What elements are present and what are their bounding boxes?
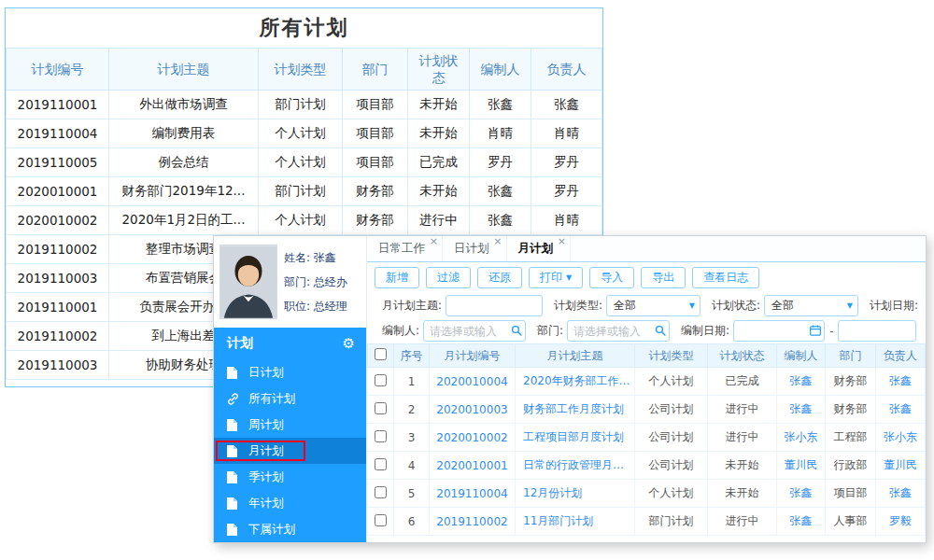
type-filter-select[interactable]: 全部 ▼ (606, 295, 700, 316)
table-cell: 进行中 (708, 424, 777, 452)
link-cell[interactable]: 张鑫 (777, 396, 826, 424)
row-checkbox[interactable] (375, 486, 387, 498)
table-row: 32020010002工程项目部月度计划公司计划进行中张小东工程部张小东 (368, 424, 926, 452)
tab-month-plan[interactable]: 月计划× (507, 236, 572, 261)
add-button[interactable]: 新增 (375, 267, 419, 288)
row-checkbox[interactable] (375, 514, 387, 526)
export-button[interactable]: 导出 (641, 267, 686, 288)
link-cell[interactable]: 董川民 (876, 452, 926, 480)
link-cell[interactable]: 张鑫 (777, 368, 826, 396)
table-row: 6201911000211月部门计划部门计划进行中张鑫人事部罗毅 (368, 508, 926, 536)
left-panel: 姓名: 张鑫 部门: 总经办 职位: 总经理 计划 ⚙ 日计划所有计划周计划月计… (214, 236, 367, 542)
row-checkbox[interactable] (375, 374, 387, 386)
sidebar-item-all-plans[interactable]: 所有计划 (214, 385, 366, 412)
made-date-end-input[interactable] (838, 320, 916, 342)
link-cell[interactable]: 2020年财务部工作月... (516, 368, 635, 396)
table-cell: 肖晴 (531, 206, 602, 235)
gear-icon[interactable]: ⚙ (343, 335, 355, 352)
table-cell: 6 (394, 508, 430, 536)
table-cell: 2019110001 (7, 91, 109, 119)
link-cell[interactable]: 董川民 (777, 452, 826, 480)
sidebar-item-subordinate-plan[interactable]: 下属计划 (214, 516, 366, 542)
table-cell: 2019110005 (7, 148, 109, 177)
row-select-cell (368, 452, 394, 480)
link-cell[interactable]: 2019110004 (430, 480, 516, 508)
link-cell[interactable]: 2019110002 (430, 508, 516, 536)
filter-row-1: 月计划主题: 计划类型: 全部 ▼ 计划状态: 全部 ▼ 计划日期: (367, 293, 926, 318)
link-cell[interactable]: 张鑫 (777, 508, 826, 536)
row-checkbox[interactable] (375, 430, 387, 442)
tab-daily-work[interactable]: 日常工作× (367, 236, 443, 261)
link-cell[interactable]: 工程项目部月度计划 (516, 424, 635, 452)
table-cell: 行政部 (826, 452, 876, 480)
column-header: 部门 (826, 344, 876, 368)
dept-filter (567, 320, 670, 342)
sidebar-item-day-plan[interactable]: 日计划 (214, 359, 366, 385)
table-cell: 张鑫 (470, 206, 531, 235)
row-select-cell (368, 368, 394, 396)
column-header: 序号 (394, 344, 430, 368)
sidebar-item-label: 周计划 (248, 417, 284, 433)
profile-info: 姓名: 张鑫 部门: 总经办 职位: 总经理 (284, 245, 347, 319)
table-cell: 张鑫 (470, 91, 531, 119)
link-cell[interactable]: 张鑫 (876, 480, 926, 508)
table-cell: 肖晴 (531, 119, 602, 148)
column-header: 负责人 (531, 49, 602, 91)
link-cell[interactable]: 11月部门计划 (516, 508, 635, 536)
table-cell: 张鑫 (531, 91, 602, 119)
search-icon[interactable] (655, 325, 666, 336)
status-filter-select[interactable]: 全部 ▼ (764, 295, 858, 316)
view-log-button[interactable]: 查看日志 (692, 267, 759, 288)
table-cell: 个人计划 (259, 119, 343, 148)
table-cell: 部门计划 (259, 91, 343, 119)
tab-close-icon[interactable]: × (493, 236, 502, 247)
column-header: 计划状态 (408, 49, 470, 91)
table-cell: 2019110002 (7, 235, 109, 264)
search-icon[interactable] (511, 325, 522, 336)
link-cell[interactable]: 张小东 (876, 424, 926, 452)
tab-close-icon[interactable]: × (558, 236, 566, 247)
link-cell[interactable]: 张鑫 (777, 480, 826, 508)
link-cell[interactable]: 日常的行政管理月计划 (516, 452, 635, 480)
link-cell[interactable]: 2020010002 (430, 424, 516, 452)
month-plans-table-head: 序号月计划编号月计划主题计划类型计划状态编制人部门负责人 (368, 344, 926, 368)
print-button[interactable]: 打印▼ (529, 267, 583, 288)
subject-filter-input[interactable] (446, 295, 543, 316)
table-cell: 个人计划 (259, 148, 343, 177)
row-checkbox[interactable] (375, 458, 387, 470)
link-cell[interactable]: 张鑫 (876, 368, 926, 396)
link-cell[interactable]: 张小东 (777, 424, 826, 452)
subject-filter-label: 月计划主题: (382, 298, 442, 314)
tab-day-plan[interactable]: 日计划× (443, 236, 507, 261)
sidebar-item-year-plan[interactable]: 年计划 (214, 490, 366, 516)
caret-down-icon: ▼ (566, 274, 572, 282)
filter-row-2: 编制人: 部门: 编制日期: - (367, 318, 926, 343)
link-cell[interactable]: 2020010001 (430, 452, 516, 480)
select-all-checkbox[interactable] (375, 348, 387, 360)
table-cell: 未开始 (408, 177, 470, 206)
link-cell[interactable]: 2020010004 (430, 368, 516, 396)
sidebar-item-week-plan[interactable]: 周计划 (214, 412, 366, 438)
sidebar-item-month-plan[interactable]: 月计划 (214, 438, 366, 464)
tab-label: 月计划 (518, 241, 554, 257)
status-filter-value: 全部 (771, 298, 794, 314)
restore-button[interactable]: 还原 (477, 267, 522, 288)
table-cell: 2019110001 (7, 293, 109, 322)
table-cell: 项目部 (343, 91, 408, 119)
sidebar-item-label: 下属计划 (248, 522, 295, 538)
link-cell[interactable]: 罗毅 (876, 508, 926, 536)
sidebar-item-quarter-plan[interactable]: 季计划 (214, 464, 366, 490)
table-cell: 罗丹 (531, 177, 602, 206)
import-button[interactable]: 导入 (589, 267, 634, 288)
document-icon (227, 419, 241, 431)
link-cell[interactable]: 2020010003 (430, 396, 516, 424)
row-checkbox[interactable] (375, 402, 387, 414)
calendar-icon[interactable] (810, 325, 821, 336)
tab-close-icon[interactable]: × (430, 236, 438, 247)
profile-photo (219, 245, 277, 319)
link-cell[interactable]: 财务部工作月度计划 (516, 396, 635, 424)
table-header-row: 序号月计划编号月计划主题计划类型计划状态编制人部门负责人 (368, 344, 926, 368)
filter-button[interactable]: 过滤 (426, 267, 471, 288)
link-cell[interactable]: 12月份计划 (516, 480, 635, 508)
link-cell[interactable]: 张鑫 (876, 396, 926, 424)
